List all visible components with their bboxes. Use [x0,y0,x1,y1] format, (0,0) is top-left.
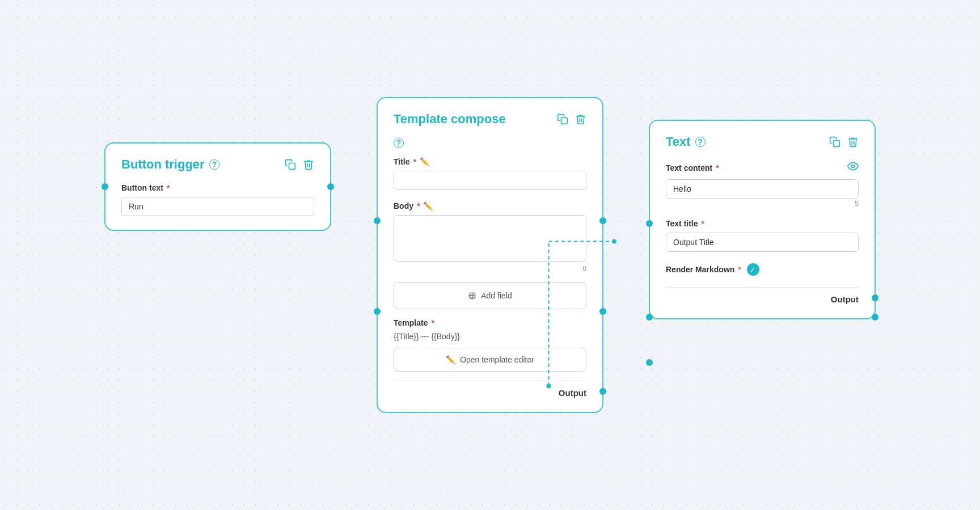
button-text-label: Button text * [121,183,314,192]
template-output-label: Output [559,388,586,398]
template-required: * [431,318,434,327]
template-output-section: Output [394,381,586,398]
text-title-right-dot [872,314,878,321]
open-template-editor-button[interactable]: ✏️ Open template editor [394,348,586,372]
template-compose-card: Template compose ? Title * ✏️ [377,97,603,413]
text-title-field: Text title * [666,219,859,252]
text-output-label: Output [831,294,859,304]
template-value: {{Title}} --- {{Body}} [394,332,586,341]
svg-rect-6 [834,141,840,147]
text-card-copy-button[interactable] [829,136,840,147]
text-card-help-icon[interactable]: ? [695,137,706,147]
svg-point-3 [612,239,616,244]
template-title-required: * [413,157,416,166]
text-output-right-dot [872,294,878,301]
button-trigger-actions [285,159,314,170]
text-card-title: Text [666,134,691,149]
template-body-char-count: 0 [394,265,586,273]
right-connector-dot [327,183,334,190]
template-compose-delete-button[interactable] [575,113,586,125]
button-trigger-copy-button[interactable] [285,159,296,170]
text-content-required: * [716,163,719,172]
template-title-field: Title * ✏️ [394,157,586,190]
text-title-left-dot [646,314,653,321]
template-compose-title-row: Template compose [394,112,586,127]
template-left-title-dot [374,217,381,224]
text-card-actions [829,136,859,147]
template-compose-help-icon[interactable]: ? [394,138,404,148]
text-content-char-count: 5 [666,200,859,208]
button-trigger-card: Button trigger ? Button text * [104,142,331,231]
template-left-body-dot [374,308,381,315]
text-title-required: * [702,219,704,228]
button-trigger-delete-button[interactable] [303,159,314,170]
add-field-button[interactable]: ⊕ Add field [394,282,586,309]
template-body-field: Body * ✏️ 0 [394,201,586,273]
render-markdown-checkbox[interactable]: ✓ [747,263,759,276]
text-content-input[interactable] [666,179,859,199]
template-title-input[interactable] [394,171,586,190]
text-content-label-row: Text content * [666,161,859,175]
text-card: Text ? Text content * [649,120,876,319]
template-body-input[interactable] [394,215,586,262]
svg-rect-4 [289,163,295,170]
template-right-title-dot [599,217,606,224]
add-field-plus-icon: ⊕ [468,289,476,302]
text-card-title-row: Text ? [666,134,859,149]
template-compose-copy-button[interactable] [557,113,568,125]
text-output-section: Output [666,287,859,305]
left-connector-dot [102,183,108,190]
button-trigger-help-icon[interactable]: ? [209,159,219,170]
render-markdown-label-row: Render Markdown * [666,265,741,274]
edit-icon-editor: ✏️ [446,355,455,364]
text-content-field: Text content * 5 [666,161,859,208]
button-trigger-title-row: Button trigger ? [121,157,314,172]
template-compose-title: Template compose [394,112,506,127]
svg-rect-5 [561,118,568,124]
button-text-field: Button text * [121,183,314,216]
template-title-edit-icon[interactable]: ✏️ [420,157,429,166]
eye-icon[interactable] [847,161,859,175]
template-output-dot [599,388,606,395]
text-content-left-dot [646,220,653,227]
open-editor-label: Open template editor [460,355,534,364]
render-markdown-required: * [738,265,741,274]
text-title-label-row: Text title * [666,219,859,228]
template-section: Template * {{Title}} --- {{Body}} ✏️ Ope… [394,318,586,372]
render-markdown-field: Render Markdown * ✓ [666,263,859,276]
add-field-label: Add field [481,291,512,300]
template-field-label-row: Template * [394,318,586,327]
render-markdown-left-dot [646,359,653,366]
button-text-input[interactable] [121,197,314,216]
template-compose-help-row: ? [394,138,586,148]
svg-point-7 [852,165,855,168]
button-trigger-title: Button trigger [121,157,205,172]
template-body-edit-icon[interactable]: ✏️ [423,201,433,210]
text-title-input[interactable] [666,233,859,252]
template-body-label-row: Body * ✏️ [394,201,586,210]
template-body-required: * [417,201,420,210]
template-title-label-row: Title * ✏️ [394,157,586,166]
button-text-required: * [167,183,170,192]
text-card-delete-button[interactable] [847,136,859,147]
template-right-body-dot [599,308,606,315]
template-compose-actions [557,113,586,125]
